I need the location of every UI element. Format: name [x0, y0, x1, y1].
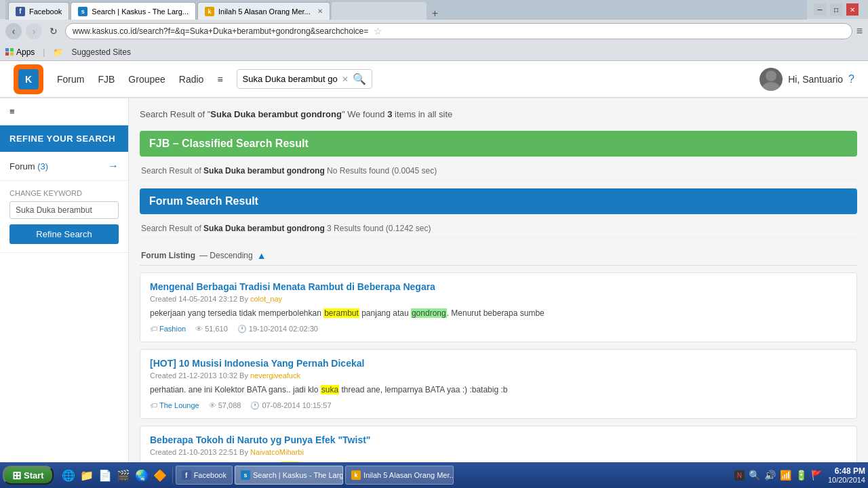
- ql-hex-icon[interactable]: 🔶: [152, 467, 168, 483]
- apps-grid-icon: [5, 48, 14, 56]
- refine-search-tab[interactable]: REFINE YOUR SEARCH: [0, 125, 128, 152]
- taskbar-items: f Facebook s Search | Kaskus - The Larg.…: [176, 466, 732, 485]
- tab-kaskus-search[interactable]: s Search | Kaskus - The Larg...: [71, 2, 196, 20]
- search-tray-icon[interactable]: 🔍: [749, 470, 760, 481]
- tab-article-close[interactable]: ✕: [317, 7, 323, 15]
- help-icon[interactable]: ?: [848, 73, 854, 85]
- address-text: www.kaskus.co.id/search?f=&q=Suka+Duka+b…: [73, 26, 368, 36]
- search-clear-icon[interactable]: ✕: [342, 75, 349, 84]
- result-author-link[interactable]: colot_nay: [250, 295, 282, 303]
- back-button[interactable]: ‹: [5, 23, 22, 39]
- taskbar-clock[interactable]: 6:48 PM 10/20/2014: [828, 466, 865, 484]
- tag-date: 🕐 19-10-2014 02:02:30: [237, 325, 318, 333]
- ql-folder-icon[interactable]: 📁: [79, 467, 95, 483]
- eye-icon: 👁: [195, 325, 203, 333]
- ql-doc-icon[interactable]: 📄: [97, 467, 113, 483]
- ql-browser-icon[interactable]: 🌐: [60, 467, 77, 483]
- tag-category: 🏷 Fashion: [150, 325, 186, 333]
- flag-icon[interactable]: 🚩: [811, 470, 823, 481]
- keyword-input[interactable]: [9, 201, 119, 219]
- tab-facebook-label: Facebook: [29, 7, 62, 16]
- sidebar: ≡ REFINE YOUR SEARCH Forum (3) → CHANGE …: [0, 98, 129, 488]
- sort-icon[interactable]: ▲: [257, 250, 267, 261]
- window-controls: ─ □ ✕: [810, 3, 863, 16]
- bookmark-star-icon[interactable]: ☆: [374, 26, 382, 37]
- tag-views: 👁 57,088: [209, 401, 241, 409]
- highlight-gondrong: gondrong: [411, 308, 447, 318]
- header-search-box: ✕ 🔍: [237, 69, 372, 89]
- sidebar-menu-icon[interactable]: ≡: [0, 98, 128, 125]
- taskbar-kaskus-icon: s: [241, 470, 250, 480]
- browser-menu-button[interactable]: ≡: [856, 25, 863, 37]
- svg-point-0: [766, 70, 776, 81]
- maximize-button[interactable]: □: [830, 3, 842, 16]
- forum-keyword: Suka Duka berambut gondrong: [203, 224, 325, 233]
- forum-row: Forum (3) →: [9, 160, 119, 172]
- tag-icon: 🏷: [150, 401, 157, 409]
- taskbar-kaskus-label: Search | Kaskus - The Larg...: [253, 471, 343, 479]
- kaskus-logo[interactable]: K: [14, 64, 43, 94]
- result-meta: Created 21-12-2013 10:32 By nevergiveafu…: [150, 371, 847, 380]
- result-item: [HOT] 10 Musisi Indonesia Yang Pernah Di…: [140, 349, 857, 419]
- nav-groupee[interactable]: Groupee: [128, 74, 165, 85]
- tag-category-link[interactable]: Fashion: [159, 325, 186, 333]
- header-right: Hi, Santuario ?: [760, 68, 854, 91]
- tab-bar: f Facebook s Search | Kaskus - The Larg.…: [5, 0, 807, 20]
- result-author-link[interactable]: nevergiveafuck: [250, 371, 300, 380]
- result-tags: 🏷 The Lounge 👁 57,088 🕐 07-08-2014 10:15…: [150, 401, 847, 410]
- apps-button[interactable]: Apps: [5, 47, 35, 57]
- result-title[interactable]: [HOT] 10 Musisi Indonesia Yang Pernah Di…: [150, 358, 847, 369]
- result-title[interactable]: Beberapa Tokoh di Naruto yg Punya Efek "…: [150, 434, 847, 445]
- highlight-suka: suka: [321, 385, 339, 394]
- suggested-sites-link[interactable]: Suggested Sites: [71, 47, 130, 57]
- taskbar-tray-icons: N 🔍 🔊 📶 🔋 🚩: [734, 470, 823, 481]
- battery-icon[interactable]: 🔋: [795, 470, 807, 481]
- forum-section-header: Forum Search Result: [140, 188, 857, 214]
- refine-search-button[interactable]: Refine Search: [9, 224, 119, 244]
- network-icon[interactable]: 📶: [780, 470, 791, 481]
- taskbar-item-kaskus[interactable]: s Search | Kaskus - The Larg...: [235, 466, 343, 485]
- header-search-input[interactable]: [243, 74, 338, 84]
- forum-count: (3): [37, 161, 48, 171]
- new-tab-button[interactable]: +: [428, 7, 442, 20]
- result-title[interactable]: Mengenal Berbagai Tradisi Menata Rambut …: [150, 281, 847, 292]
- sidebar-forum-section: Forum (3) →: [0, 152, 128, 181]
- taskbar-article-icon: k: [351, 470, 361, 480]
- result-author-link[interactable]: NaivatcoMiharbi: [250, 448, 304, 456]
- speaker-icon[interactable]: 🔊: [764, 470, 776, 481]
- tab-article[interactable]: k Inilah 5 Alasan Orang Mer... ✕: [197, 2, 330, 20]
- nero-icon[interactable]: N: [734, 470, 745, 481]
- ql-media-icon[interactable]: 🎬: [115, 467, 132, 483]
- forward-button[interactable]: ›: [26, 23, 42, 39]
- taskbar-item-facebook[interactable]: f Facebook: [176, 466, 233, 485]
- sidebar-keyword-section: CHANGE KEYWORD Refine Search: [0, 181, 128, 253]
- tab-facebook[interactable]: f Facebook: [8, 2, 69, 20]
- nav-more[interactable]: ≡: [217, 74, 222, 85]
- kaskus-search-favicon: s: [78, 7, 87, 16]
- tab-article-label: Inilah 5 Alasan Orang Mer...: [218, 7, 311, 16]
- nav-radio[interactable]: Radio: [179, 74, 204, 85]
- search-keyword-highlight: Suka Duka berambut gondrong: [210, 109, 342, 119]
- user-greeting: Hi, Santuario: [788, 74, 843, 85]
- tag-category-link[interactable]: The Lounge: [159, 401, 199, 409]
- close-button[interactable]: ✕: [846, 3, 859, 16]
- avatar-image: [760, 68, 783, 91]
- main-content: ≡ REFINE YOUR SEARCH Forum (3) → CHANGE …: [0, 98, 868, 488]
- minimize-button[interactable]: ─: [814, 3, 826, 16]
- forum-arrow-icon[interactable]: →: [108, 160, 119, 172]
- nav-fjb[interactable]: FJB: [98, 74, 115, 85]
- windows-logo: ⊞: [12, 469, 21, 482]
- clock-time: 6:48 PM: [828, 466, 865, 476]
- refresh-button[interactable]: ↻: [46, 24, 61, 39]
- start-button[interactable]: ⊞ Start: [3, 466, 54, 485]
- folder-icon: 📁: [53, 47, 63, 57]
- taskbar-item-article[interactable]: k Inilah 5 Alasan Orang Mer...: [345, 466, 454, 485]
- nav-forum[interactable]: Forum: [57, 74, 84, 85]
- address-bar[interactable]: www.kaskus.co.id/search?f=&q=Suka+Duka+b…: [65, 23, 852, 39]
- search-button[interactable]: 🔍: [353, 73, 366, 85]
- taskbar-facebook-label: Facebook: [194, 471, 226, 479]
- clock-icon: 🕐: [237, 325, 247, 333]
- bookmarks-separator: |: [43, 47, 45, 57]
- result-meta: Created 21-10-2013 22:51 By NaivatcoMiha…: [150, 448, 847, 456]
- ql-earth-icon[interactable]: 🌏: [134, 467, 150, 483]
